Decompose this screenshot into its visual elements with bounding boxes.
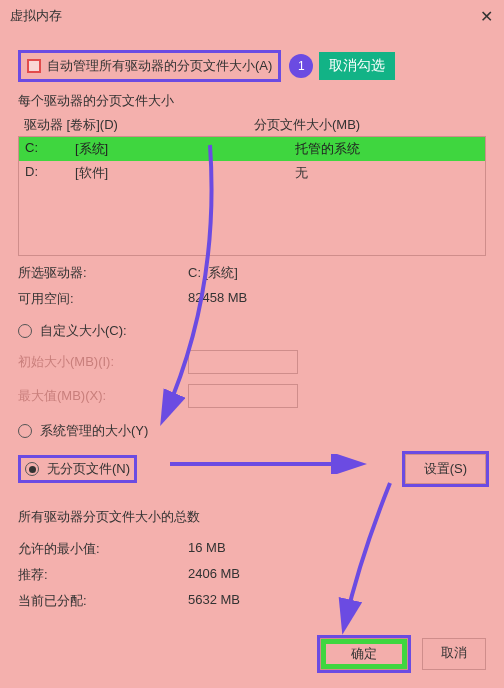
max-size-input[interactable] [188,384,298,408]
available-space-val: 82458 MB [188,290,486,308]
radio-icon [18,324,32,338]
rec-key: 推荐: [18,566,188,584]
drive-letter: C: [25,140,75,158]
initial-size-row: 初始大小(MB)(I): [18,350,486,374]
selected-drive-row: 所选驱动器: C: [系统] [18,264,486,282]
initial-size-input[interactable] [188,350,298,374]
cancel-check-tag: 取消勾选 [319,52,395,80]
drive-letter: D: [25,164,75,182]
available-space-row: 可用空间: 82458 MB [18,290,486,308]
initial-size-label: 初始大小(MB)(I): [18,353,188,371]
radio-icon [25,462,39,476]
drive-label: [系统] [75,140,255,158]
dialog-buttons: 确定 取消 [320,638,486,670]
cur-key: 当前已分配: [18,592,188,610]
radio-system-managed[interactable]: 系统管理的大小(Y) [18,422,486,440]
auto-manage-label: 自动管理所有驱动器的分页文件大小(A) [47,57,272,75]
radio-none-label: 无分页文件(N) [47,460,130,478]
col-drive: 驱动器 [卷标](D) [24,116,254,134]
drive-size: 无 [255,164,479,182]
each-drive-label: 每个驱动器的分页文件大小 [18,92,486,110]
rec-val: 2406 MB [188,566,486,584]
radio-no-paging-wrap: 无分页文件(N) [18,455,137,483]
radio-system-label: 系统管理的大小(Y) [40,422,148,440]
window-title: 虚拟内存 [10,7,476,25]
radio-no-paging[interactable]: 无分页文件(N) [25,460,130,478]
content: 自动管理所有驱动器的分页文件大小(A) 1 取消勾选 每个驱动器的分页文件大小 … [0,32,504,620]
drive-list[interactable]: C: [系统] 托管的系统 D: [软件] 无 [18,136,486,256]
min-val: 16 MB [188,540,486,558]
max-size-row: 最大值(MB)(X): [18,384,486,408]
min-row: 允许的最小值: 16 MB [18,540,486,558]
cur-val: 5632 MB [188,592,486,610]
radio-custom-label: 自定义大小(C): [40,322,127,340]
cancel-button[interactable]: 取消 [422,638,486,670]
min-key: 允许的最小值: [18,540,188,558]
step-1-badge: 1 [289,54,313,78]
set-button[interactable]: 设置(S) [405,454,486,484]
close-icon[interactable]: ✕ [476,7,496,26]
rec-row: 推荐: 2406 MB [18,566,486,584]
col-size: 分页文件大小(MB) [254,116,480,134]
drive-size: 托管的系统 [255,140,479,158]
auto-manage-checkbox[interactable] [27,59,41,73]
auto-manage-checkbox-wrap: 自动管理所有驱动器的分页文件大小(A) [18,50,281,82]
auto-manage-row: 自动管理所有驱动器的分页文件大小(A) 1 取消勾选 [18,50,486,82]
available-space-key: 可用空间: [18,290,188,308]
drive-row[interactable]: D: [软件] 无 [19,161,485,185]
no-paging-row: 无分页文件(N) 设置(S) [18,454,486,484]
radio-icon [18,424,32,438]
titlebar: 虚拟内存 ✕ [0,0,504,32]
drive-label: [软件] [75,164,255,182]
cur-row: 当前已分配: 5632 MB [18,592,486,610]
selected-drive-val: C: [系统] [188,264,486,282]
drive-row[interactable]: C: [系统] 托管的系统 [19,137,485,161]
totals-title: 所有驱动器分页文件大小的总数 [18,508,486,526]
selected-drive-key: 所选驱动器: [18,264,188,282]
drive-list-header: 驱动器 [卷标](D) 分页文件大小(MB) [18,116,486,134]
max-size-label: 最大值(MB)(X): [18,387,188,405]
ok-button[interactable]: 确定 [320,638,408,670]
radio-custom-size[interactable]: 自定义大小(C): [18,322,486,340]
